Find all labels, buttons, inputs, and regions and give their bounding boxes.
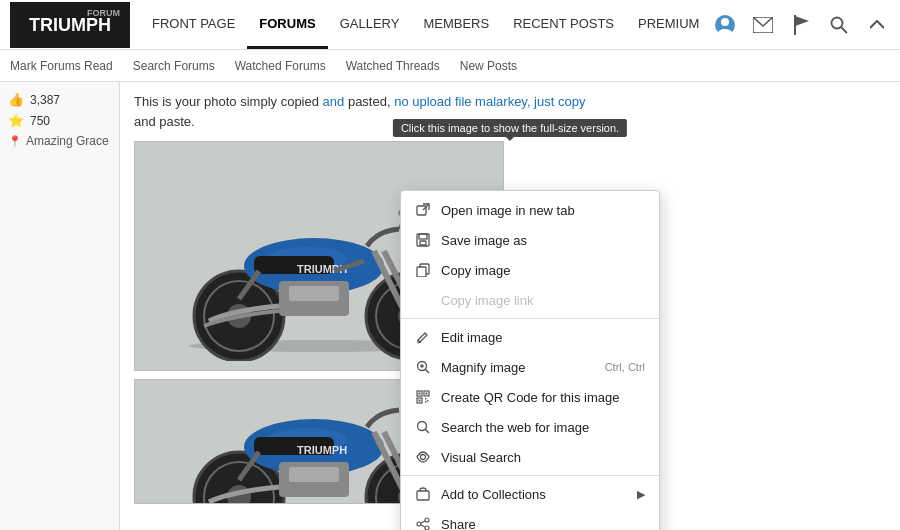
svg-rect-42 [289,467,339,482]
svg-rect-66 [426,393,428,395]
open-tab-icon [415,202,431,218]
avatar-icon[interactable] [711,11,739,39]
edit-icon [415,329,431,345]
svg-marker-5 [795,16,809,26]
sub-nav: Mark Forums Read Search Forums Watched F… [0,50,900,82]
ctx-create-qr[interactable]: Create QR Code for this image [401,382,659,412]
svg-rect-65 [419,393,421,395]
location-icon: 📍 [8,135,22,148]
svg-line-78 [421,521,425,523]
svg-rect-74 [417,491,429,500]
post-link2[interactable]: no upload file malarkey, just copy [394,94,585,109]
nav-forums[interactable]: FORUMS [247,0,327,49]
ctx-search-web-label: Search the web for image [441,420,645,435]
svg-point-76 [425,526,429,530]
main-nav: FRONT PAGE FORUMS GALLERY MEMBERS RECENT… [130,0,711,49]
svg-point-71 [418,422,427,431]
save-icon [415,232,431,248]
ctx-copy-image-link: Copy image link [401,285,659,315]
ctx-edit-image[interactable]: Edit image [401,322,659,352]
nav-gallery[interactable]: GALLERY [328,0,412,49]
svg-rect-69 [427,400,429,402]
svg-line-72 [426,430,430,434]
search-web-icon [415,419,431,435]
ctx-share[interactable]: Share [401,509,659,530]
star-icon: ⭐ [8,113,24,128]
collections-arrow-icon: ▶ [637,488,645,501]
ctx-magnify-shortcut: Ctrl, Ctrl [605,361,645,373]
svg-rect-52 [419,234,427,239]
ctx-copy-image-label: Copy image [441,263,645,278]
ctx-search-web[interactable]: Search the web for image [401,412,659,442]
qr-icon [415,389,431,405]
logo-forum-text: FORUM [87,8,120,18]
content-area: 👍 3,387 ⭐ 750 📍 Amazing Grace This is yo… [0,82,900,530]
likes-count: 3,387 [30,93,60,107]
sub-nav-watched-forums[interactable]: Watched Forums [235,55,326,77]
location-text: Amazing Grace [26,134,109,148]
svg-rect-49 [417,206,426,215]
ctx-visual-search[interactable]: Visual Search [401,442,659,472]
svg-line-7 [841,27,847,33]
svg-rect-67 [419,400,421,402]
collapse-icon[interactable] [863,11,891,39]
sub-nav-search[interactable]: Search Forums [133,55,215,77]
sub-nav-mark-read[interactable]: Mark Forums Read [10,55,113,77]
logo-main-text: TRIUMPH [29,16,111,34]
mail-icon[interactable] [749,11,777,39]
visual-search-icon [415,449,431,465]
ctx-magnify-image[interactable]: Magnify image Ctrl, Ctrl [401,352,659,382]
svg-line-79 [421,525,425,527]
main-area: This is your photo simply copied and pas… [120,82,900,530]
post-link1[interactable]: and [323,94,345,109]
ctx-qr-label: Create QR Code for this image [441,390,645,405]
nav-recent-posts[interactable]: RECENT POSTS [501,0,626,49]
svg-point-75 [425,518,429,522]
ctx-magnify-label: Magnify image [441,360,595,375]
sidebar-stars: ⭐ 750 [8,113,111,128]
magnify-icon [415,359,431,375]
svg-point-77 [417,522,421,526]
sub-nav-watched-threads[interactable]: Watched Threads [346,55,440,77]
nav-premium[interactable]: PREMIUM [626,0,711,49]
post-text-middle: pasted, [344,94,394,109]
stars-count: 750 [30,114,50,128]
sidebar: 👍 3,387 ⭐ 750 📍 Amazing Grace [0,82,120,530]
ctx-share-label: Share [441,517,645,531]
ctx-save-label: Save image as [441,233,645,248]
header-icons [711,11,891,39]
svg-point-1 [721,18,729,26]
header: FORUM TRIUMPH FRONT PAGE FORUMS GALLERY … [0,0,900,50]
context-menu: Open image in new tab Save image as Copy… [400,190,660,530]
ctx-add-collections[interactable]: Add to Collections ▶ [401,479,659,509]
svg-line-59 [426,370,430,374]
ctx-visual-search-label: Visual Search [441,450,645,465]
ctx-separator-1 [401,318,659,319]
svg-point-6 [832,17,843,28]
post-text-end: and paste. [134,114,195,129]
nav-members[interactable]: MEMBERS [411,0,501,49]
svg-text:TRIUMPH: TRIUMPH [297,444,347,456]
ctx-copy-image[interactable]: Copy image [401,255,659,285]
image-tooltip: Click this image to show the full-size v… [393,119,627,137]
flag-icon[interactable] [787,11,815,39]
collections-icon [415,486,431,502]
post-text-start: This is your photo simply copied [134,94,323,109]
svg-rect-53 [420,241,426,245]
ctx-collections-label: Add to Collections [441,487,627,502]
svg-rect-70 [425,401,427,403]
svg-point-73 [421,455,426,460]
search-icon[interactable] [825,11,853,39]
share-icon [415,516,431,530]
nav-frontpage[interactable]: FRONT PAGE [140,0,247,49]
ctx-open-new-tab[interactable]: Open image in new tab [401,195,659,225]
svg-rect-20 [289,286,339,301]
svg-rect-68 [425,398,427,400]
ctx-save-image[interactable]: Save image as [401,225,659,255]
sub-nav-new-posts[interactable]: New Posts [460,55,517,77]
logo[interactable]: FORUM TRIUMPH [10,2,130,48]
ctx-copy-image-link-label: Copy image link [441,293,645,308]
sidebar-location: 📍 Amazing Grace [8,134,111,148]
svg-rect-55 [417,267,426,277]
thumb-icon: 👍 [8,92,24,107]
